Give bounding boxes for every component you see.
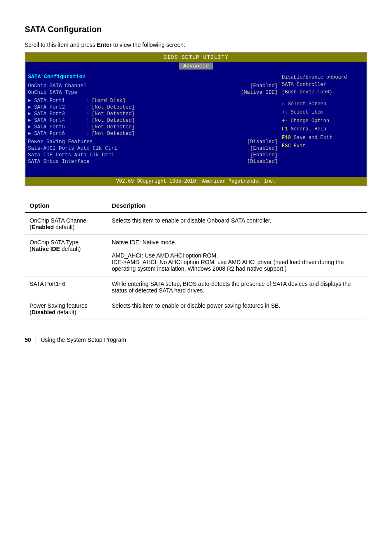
bios-power-saving-row: Power Saving Features [Disabled] <box>28 139 278 145</box>
footer-text: Using the System Setup Program <box>41 337 126 343</box>
bios-port2-row: ► SATA Port2 : [Not Detected] <box>28 104 278 110</box>
desc-power-saving: Selects this item to enable or disable p… <box>107 298 367 320</box>
option-onchip-type-bold: Native IDE <box>32 246 60 252</box>
table-row: OnChip SATA Channel(Enabled default) Sel… <box>25 213 367 235</box>
table-row: SATA Port1~6 While entering SATA setup, … <box>25 276 367 298</box>
footer-separator: | <box>35 337 37 343</box>
bios-key-f1: F1 <box>282 126 288 132</box>
bios-sata-ide-value: [Enabled] <box>250 152 278 158</box>
bios-port4-row: ► SATA Port4 : [Not Detected] <box>28 118 278 123</box>
bios-tab-bar: Advanced <box>25 62 367 70</box>
bios-body: SATA Configuration OnChip SATA Channel [… <box>25 70 367 177</box>
bios-key-esc-exit: ESC Exit <box>282 142 364 150</box>
bios-onchip-channel-label: OnChip SATA Channel <box>28 83 87 89</box>
bios-port5-label: ► SATA Port5 <box>28 124 85 130</box>
bios-onchip-channel-value: [Enabled] <box>250 83 278 89</box>
bios-key-change-option: +- Change Option <box>282 117 364 125</box>
desc-sata-ports: While entering SATA setup, BIOS auto-det… <box>107 276 367 298</box>
bios-port5-value: : [Not Detected] <box>85 124 135 130</box>
bios-key-arrow-lr: ↔ <box>282 101 285 107</box>
bios-key-select-screen: ↔ Select Screen <box>282 100 364 108</box>
bios-onchip-type-row: OnChip SATA Type [Native IDE] <box>28 90 278 95</box>
bios-smbus-value: [Disabled] <box>247 159 278 165</box>
bios-power-saving-label: Power Saving Features <box>28 139 93 145</box>
bios-sata-ide-label: Sata-IDE Ports Auto Clk Ctrl <box>28 152 114 158</box>
bios-smbus-row: SATA Smbus Interface [Disabled] <box>28 159 278 165</box>
bios-footer: V02.69 ©Copyright 1985-2010, American Me… <box>25 177 367 186</box>
bios-port5-row: ► SATA Port5 : [Not Detected] <box>28 124 278 130</box>
bios-port1-row: ► SATA Port1 : [Hard Disk] <box>28 98 278 104</box>
bios-port3-row: ► SATA Port3 : [Not Detected] <box>28 111 278 117</box>
col-description-header: Description <box>107 199 367 213</box>
bios-sata-ahci-value: [Enabled] <box>250 146 278 151</box>
intro-enter-key: Enter <box>97 42 112 48</box>
bios-smbus-label: SATA Smbus Interface <box>28 159 90 165</box>
intro-text-before: Scroll to this item and press <box>25 42 97 48</box>
bios-port4-value: : [Not Detected] <box>85 118 135 123</box>
bios-port6-label: ► SATA Port6 <box>28 131 85 137</box>
page-footer: 50 | Using the System Setup Program <box>25 337 367 343</box>
bios-key-select-item: ↑↓ Select Item <box>282 108 364 116</box>
bios-port4-label: ► SATA Port4 <box>28 118 85 123</box>
bios-key-general-help: F1 General Help <box>282 125 364 133</box>
bios-port1-label: ► SATA Port1 <box>28 98 85 104</box>
bios-key-hints: ↔ Select Screen ↑↓ Select Item +- Change… <box>282 100 364 150</box>
table-row: Power Saving features(Disabled default) … <box>25 298 367 320</box>
bios-main-panel: SATA Configuration OnChip SATA Channel [… <box>28 74 282 174</box>
bios-key-f10: F10 <box>282 135 291 141</box>
bios-title-bar: BIOS SETUP UTILITY <box>25 53 367 62</box>
bios-port-list: ► SATA Port1 : [Hard Disk] ► SATA Port2 … <box>28 98 278 137</box>
option-onchip-type: OnChip SATA Type(Native IDE default) <box>25 235 107 276</box>
option-onchip-channel-bold: Enabled <box>32 224 54 230</box>
intro-paragraph: Scroll to this item and press Enter to v… <box>25 42 367 48</box>
bios-port6-value: : [Not Detected] <box>85 131 135 137</box>
bios-key-save-exit: F10 Save and Exit <box>282 134 364 142</box>
bios-sidebar: Disable/Enable onboardSATA Controller(Bu… <box>282 74 364 174</box>
page-title: SATA Configuration <box>25 25 367 34</box>
option-power-saving-bold: Disabled <box>32 309 55 316</box>
option-power-saving: Power Saving features(Disabled default) <box>25 298 107 320</box>
option-table: Option Description OnChip SATA Channel(E… <box>25 199 367 320</box>
intro-text-after: to view the following screen: <box>112 42 185 48</box>
col-option-header: Option <box>25 199 107 213</box>
option-onchip-channel: OnChip SATA Channel(Enabled default) <box>25 213 107 235</box>
bios-port3-value: : [Not Detected] <box>85 111 135 117</box>
bios-port2-value: : [Not Detected] <box>85 104 135 110</box>
bios-onchip-type-label: OnChip SATA Type <box>28 90 77 95</box>
bios-key-plus-minus: +- <box>282 118 288 124</box>
bios-port1-value: : [Hard Disk] <box>85 98 126 104</box>
bios-sata-ide-row: Sata-IDE Ports Auto Clk Ctrl [Enabled] <box>28 152 278 158</box>
desc-onchip-channel: Selects this item to enable or disable O… <box>107 213 367 235</box>
bios-active-tab[interactable]: Advanced <box>179 63 213 70</box>
desc-onchip-type: Native IDE: Native mode. AMD_AHCI: Use A… <box>107 235 367 276</box>
table-row: OnChip SATA Type(Native IDE default) Nat… <box>25 235 367 276</box>
bios-power-saving-value: [Disabled] <box>247 139 278 145</box>
bios-onchip-channel-row: OnChip SATA Channel [Enabled] <box>28 83 278 89</box>
bios-port6-row: ► SATA Port6 : [Not Detected] <box>28 131 278 137</box>
bios-section-title: SATA Configuration <box>28 74 278 80</box>
bios-key-arrow-ud: ↑↓ <box>282 109 288 115</box>
bios-sata-ahci-row: Sata-AHCI Ports Auto Clk Ctrl [Enabled] <box>28 146 278 151</box>
page-number: 50 <box>25 337 31 343</box>
bios-key-esc: ESC <box>282 143 291 149</box>
option-sata-ports: SATA Port1~6 <box>25 276 107 298</box>
bios-port2-label: ► SATA Port2 <box>28 104 85 110</box>
bios-sidebar-description: Disable/Enable onboardSATA Controller(Bu… <box>282 74 364 96</box>
bios-screen: BIOS SETUP UTILITY Advanced SATA Configu… <box>25 52 367 186</box>
bios-port3-label: ► SATA Port3 <box>28 111 85 117</box>
bios-sata-ahci-label: Sata-AHCI Ports Auto Clk Ctrl <box>28 146 118 151</box>
bios-onchip-type-value: [Native IDE] <box>241 90 278 95</box>
